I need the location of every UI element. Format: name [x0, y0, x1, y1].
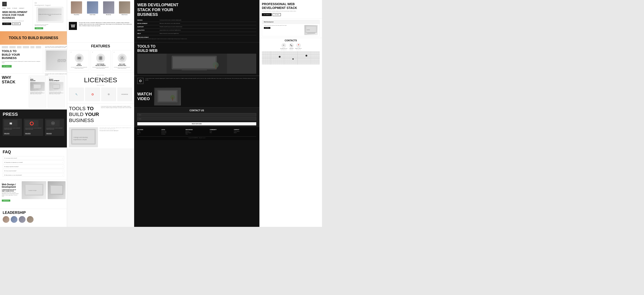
why-card-2-img: [49, 82, 64, 91]
why-stack-label: WHY STACK: [0, 74, 27, 109]
svg-rect-4: [53, 85, 60, 88]
location-icon: 📍: [296, 43, 301, 48]
footer-link-2-1[interactable]: Privacy Policy: [162, 131, 184, 132]
dark-table-row-2: DEVELOPMENT Maecenas in felis vehicula, …: [137, 22, 256, 25]
team-photo-2: [87, 1, 98, 14]
licenses-section: WEB SOFTWARE LICENSES HELLO IN STORE 🔧 ⭕…: [67, 72, 134, 103]
right-panel: WEB DEVELOPMENT STACK FOR YOUR BUSINESS …: [134, 0, 260, 227]
dark-table-row-3: SUPPORT Phasellus imperdiet turpis ac du…: [137, 25, 256, 29]
web-design-text: Lorem ipsum dolor sit amet, consectetur …: [2, 192, 18, 197]
footer-link-4-1[interactable]: Forum: [210, 131, 232, 132]
web-design-right: Laptop image: [20, 180, 67, 209]
dark-sub-text: Lorem ipsum dolor sit amet, consectetur …: [137, 38, 256, 39]
pro-try-free-btn[interactable]: TRY FREE: [272, 13, 281, 16]
dark-table: DESIGN Lorem ipsum dolor sit amet, conse…: [137, 18, 256, 35]
footer-link-1-2[interactable]: Elements: [137, 132, 160, 133]
left-panel: ⬛ HOME BLOG IT STUFF CONTACT WEB DEVELOP…: [0, 0, 67, 227]
email-icon: ✉: [282, 43, 286, 48]
leadership-title: LEADERSHIP: [3, 211, 64, 215]
dev-read-more-btn[interactable]: READ MORE: [35, 27, 43, 29]
dark-table-row-5: HELP Aenean rhoncus leo at accumsan frin…: [137, 32, 256, 35]
press-card-3: Ⓜ Lorem ipsum dolor sit amet, consectetu…: [45, 119, 64, 136]
features-title: FEATURES: [69, 44, 132, 48]
team-member-1: Cheryl Howe: [69, 1, 84, 18]
faq-item-1[interactable]: 01. Lorem ipsum dolor sit amet? ›: [3, 156, 64, 160]
laptop-text: I design and develop experiences that ma…: [38, 14, 62, 16]
press-read-more-1[interactable]: READ MORE: [4, 133, 10, 134]
dark-hero-title: WEB DEVELOPMENT STACK FOR YOUR BUSINESS: [137, 3, 256, 17]
pro-get-started-btn[interactable]: GET STARTED: [262, 13, 272, 16]
tools-title: TOOLS TO BUILD YOUR BUSINESS: [2, 49, 41, 60]
svg-rect-10: [51, 186, 62, 194]
nav-link-it[interactable]: IT STUFF: [12, 7, 17, 9]
footer-link-3-1[interactable]: Resources: [186, 131, 208, 132]
web-design-read-more-btn[interactable]: READ MORE: [2, 200, 10, 202]
footer-link-4-2[interactable]: Demo: [210, 132, 232, 133]
press-read-more-2[interactable]: READ MORE: [25, 133, 30, 134]
team-photo-4: [119, 1, 130, 14]
footer-col-2: LEGAL Privacy Policy Privacy Policy Desc…: [162, 129, 184, 135]
why-card-1-img: [30, 82, 45, 91]
w-letter: W: [69, 22, 77, 30]
feature-icon-2: [96, 54, 105, 63]
faq-item-3[interactable]: 03. Quisque imperdiet nisi faucibus? ›: [3, 165, 64, 168]
contact-item-2: 📞 +1(800) 000- 0000-00-00: [289, 43, 294, 50]
team-photo-1: [71, 1, 82, 14]
features-section: FEATURES 01 WEB DESIGN Lorem ipsum dolor…: [67, 42, 134, 72]
tools-build-section: TOOLS TO BUILD YOUR BUSINESS Lorem ipsum…: [67, 103, 134, 126]
why-card-2: 02 BUILD DEVELOPMENT Lorem ipsum dolor s…: [48, 75, 65, 107]
contact-item-1: ✉ name@yoursite.com helpme@gmail.com: [280, 43, 287, 50]
pro-stack-panel: PROFESSIONAL WEB DEVELOPMENT STACK Lorem…: [260, 0, 322, 227]
faq-item-4[interactable]: 04. Ut orci euismet feu facilisi? ›: [3, 169, 64, 173]
partners-section: TOOLS TO BUILD YOUR BUSINESS Lorem ipsum…: [0, 45, 43, 73]
partner-logo-5: [30, 46, 34, 48]
svg-rect-25: [215, 65, 216, 69]
feature-icon-3: [118, 54, 126, 63]
web-dev-read-more-btn[interactable]: Read More: [264, 27, 270, 29]
partner-logo-3: [17, 46, 22, 48]
footer-link-3-2[interactable]: App Description: [186, 132, 208, 133]
hero-get-started-btn[interactable]: GET STARTED: [2, 22, 11, 25]
dark-tools-section: TOOLS TO BUILD WEB: [134, 42, 260, 76]
hero-read-more-btn[interactable]: READ MORE: [12, 22, 20, 25]
press-read-more-3[interactable]: READ MORE: [46, 133, 52, 134]
pro-stack-title: PROFESSIONAL WEB DEVELOPMENT STACK: [262, 2, 320, 10]
footer-link-5-1[interactable]: Contact Support: [234, 131, 256, 132]
footer-link-1-3[interactable]: Blog: [137, 134, 160, 135]
dev-support-section: 02 Development / Support I design and de…: [33, 0, 67, 31]
nav-link-blog[interactable]: BLOG: [8, 7, 10, 9]
team-row: Cheryl Howe Justin Treiber Marsha Dye De…: [67, 0, 134, 20]
watch-video-section: WATCH VIDEO: [134, 86, 260, 107]
contacts-section: CONTACTS ✉ name@yoursite.com helpme@gmai…: [260, 38, 322, 66]
logo-area: ⬛: [2, 2, 30, 6]
dark-table-row-1: DESIGN Lorem ipsum dolor sit amet, conse…: [137, 18, 256, 22]
license-logo-1: 🔧: [69, 88, 84, 101]
dark-hero: WEB DEVELOPMENT STACK FOR YOUR BUSINESS …: [134, 0, 260, 42]
middle-panel: Cheryl Howe Justin Treiber Marsha Dye De…: [67, 0, 134, 227]
faq-item-2[interactable]: 02. Suspendisse vel vulputate nisi, nec …: [3, 160, 64, 164]
tools-get-started-btn[interactable]: GET STARTED: [2, 65, 12, 67]
mid-laptop-mockup: I design and developexperiences that mak…: [45, 49, 67, 72]
partner-logo-2: [10, 46, 16, 48]
footer-link-2-2[interactable]: Privacy Policy: [162, 132, 184, 133]
contact-submit-btn[interactable]: READ OUR GUIDE: [137, 122, 256, 125]
footer-link-5-2[interactable]: Analysis: [234, 132, 256, 133]
footer-link-2-3[interactable]: Description: [162, 134, 184, 135]
web-dev-card-header: Web Development: [262, 20, 320, 24]
tools-build-text: Lorem ipsum dolor sit amet, consectetur …: [101, 106, 132, 123]
svg-rect-14: [99, 56, 102, 60]
faq-item-5[interactable]: 05. Etiam tincidunt, ex nunc vehicula fa…: [3, 173, 64, 177]
footer-link-3-3[interactable]: Forum: [186, 134, 208, 135]
nav-section: ⬛ HOME BLOG IT STUFF CONTACT WEB DEVELOP…: [0, 0, 33, 31]
leadership-avatars: [3, 216, 64, 223]
partner-logo-6: [36, 46, 41, 48]
faq-title: FAQ: [3, 150, 64, 154]
nav-link-home[interactable]: HOME: [2, 7, 6, 9]
contact-name-field[interactable]: [137, 113, 256, 116]
nav-link-contact[interactable]: CONTACT: [19, 7, 24, 9]
hero-subtitle: Lorem ipsum dolor sit amet, consectetur …: [2, 20, 30, 22]
footer-link-1-1[interactable]: Security: [137, 131, 160, 132]
contact-email-field[interactable]: [137, 117, 256, 120]
pro-cta-buttons: GET STARTED TRY FREE: [262, 13, 320, 16]
w-text: em ipsum dolor sit amet, consectetur adi…: [79, 22, 132, 40]
